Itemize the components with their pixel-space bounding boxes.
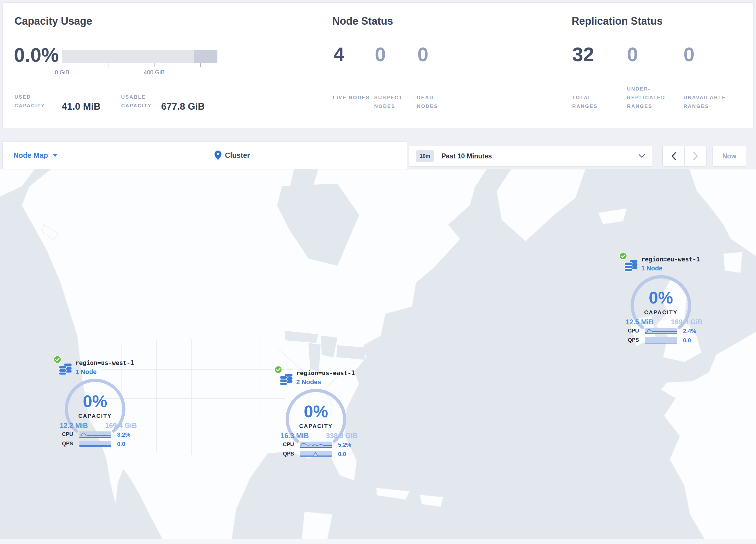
breadcrumb[interactable]: Cluster — [215, 141, 250, 169]
chevron-down-icon — [52, 154, 58, 157]
bar-tick-label-0: 0 GiB — [50, 69, 74, 76]
time-range-badge: 10m — [416, 150, 434, 162]
bar-tick-label-400: 400 GiB — [140, 69, 169, 76]
region-capacity-label: CAPACITY — [284, 423, 348, 429]
qps-sparkline — [79, 441, 111, 447]
database-stack-icon — [279, 373, 293, 385]
qps-sparkline — [300, 451, 332, 457]
region-name: region=us-east-1 — [296, 370, 355, 377]
live-nodes-label: LIVE NODES — [333, 93, 370, 102]
qps-label: QPS — [62, 441, 73, 447]
chevron-left-icon — [671, 152, 676, 160]
region-capacity-percent: 0% — [629, 288, 693, 307]
region-capacity-label: CAPACITY — [629, 309, 693, 316]
land-scandinavia — [689, 169, 756, 256]
map-footer-strip — [0, 539, 756, 544]
replication-status-title: Replication Status — [572, 15, 663, 27]
under-replicated-count: 0 — [627, 43, 638, 66]
cpu-value: 5.2% — [338, 442, 351, 448]
database-stack-icon — [59, 362, 72, 375]
map-pin-icon — [215, 150, 221, 160]
view-selector-label: Node Map — [13, 151, 48, 159]
region-used-capacity: 12.2 MiB — [60, 422, 88, 430]
region-marker-eu-west-1[interactable]: region=eu-west-1 1 Node 0% CAPACITY 12.5… — [618, 252, 705, 348]
land-europe-mainland — [661, 332, 756, 539]
qps-label: QPS — [628, 337, 639, 343]
cpu-sparkline — [79, 431, 111, 438]
chevron-down-icon — [639, 154, 645, 158]
unavailable-label: UNAVAILABLE RANGES — [684, 93, 734, 111]
region-used-capacity: 16.3 MiB — [281, 432, 309, 440]
time-prev-button[interactable] — [663, 146, 685, 166]
bar-tick — [200, 63, 201, 67]
land-iceland — [598, 208, 627, 224]
region-node-count: 1 Node — [641, 264, 662, 272]
qps-value: 0.0 — [117, 441, 125, 447]
used-capacity-label: USED CAPACITY — [14, 93, 54, 110]
region-total-capacity: 169.4 GiB — [105, 422, 137, 430]
database-stack-icon — [624, 259, 638, 271]
time-range-dropdown[interactable]: 10m Past 10 Minutes — [409, 146, 652, 166]
land-hispaniola — [419, 495, 444, 507]
land-yucatan — [301, 512, 332, 539]
breadcrumb-label: Cluster — [225, 151, 250, 159]
region-node-count: 2 Nodes — [296, 378, 321, 386]
region-total-capacity: 338.9 GiB — [326, 432, 358, 440]
land-north-america — [22, 169, 487, 539]
region-total-capacity: 169.4 GiB — [671, 318, 703, 326]
qps-label: QPS — [283, 451, 294, 457]
now-button[interactable]: Now — [713, 146, 746, 166]
total-ranges-count: 32 — [572, 43, 594, 66]
capacity-usage-title: Capacity Usage — [14, 15, 92, 27]
region-capacity-label: CAPACITY — [63, 413, 127, 419]
region-name: region=us-west-1 — [75, 360, 134, 367]
cpu-sparkline — [645, 328, 677, 334]
land-cuba — [376, 488, 410, 500]
chevron-right-icon — [693, 152, 698, 160]
cpu-label: CPU — [283, 442, 294, 448]
dead-nodes-count: 0 — [417, 43, 428, 66]
unavailable-count: 0 — [684, 43, 695, 66]
region-name: region=eu-west-1 — [641, 256, 700, 263]
bar-tick — [108, 63, 108, 67]
capacity-bar-reserved-segment — [194, 50, 217, 63]
cpu-value: 2.4% — [683, 328, 696, 335]
cpu-value: 3.2% — [117, 431, 130, 438]
dead-nodes-label: DEAD NODES — [417, 93, 455, 111]
node-map-canvas[interactable] — [0, 169, 756, 539]
suspect-nodes-count: 0 — [375, 43, 386, 66]
qps-value: 0.0 — [683, 337, 691, 344]
region-used-capacity: 12.5 MiB — [626, 318, 654, 326]
suspect-nodes-label: SUSPECT NODES — [374, 93, 412, 111]
qps-value: 0.0 — [338, 451, 346, 458]
world-map — [0, 169, 756, 539]
region-marker-us-east-1[interactable]: region=us-east-1 2 Nodes 0% CAPACITY 16.… — [273, 366, 360, 461]
cpu-label: CPU — [62, 431, 73, 438]
live-nodes-count: 4 — [333, 43, 344, 66]
region-capacity-percent: 0% — [284, 402, 348, 421]
bar-tick — [154, 63, 155, 67]
cpu-label: CPU — [628, 328, 639, 334]
land-denmark — [723, 252, 742, 273]
time-next-button[interactable] — [685, 146, 706, 166]
time-range-value: Past 10 Minutes — [441, 152, 492, 160]
view-selector-dropdown[interactable]: Node Map — [13, 141, 58, 169]
cpu-sparkline — [300, 442, 332, 448]
time-nav-group — [662, 146, 707, 166]
map-toolbar — [2, 141, 407, 169]
total-ranges-label: TOTAL RANGES — [572, 93, 616, 111]
land-greenland — [497, 169, 586, 241]
capacity-usage-percent: 0.0% — [14, 43, 59, 66]
region-marker-us-west-1[interactable]: region=us-west-1 1 Node 0% CAPACITY 12.2… — [52, 356, 139, 451]
under-replicated-label: UNDER-REPLICATED RANGES — [627, 85, 673, 111]
region-capacity-percent: 0% — [63, 391, 127, 411]
usable-capacity-value: 677.8 GiB — [161, 101, 205, 112]
bar-tick — [62, 63, 62, 67]
used-capacity-value: 41.0 MiB — [62, 101, 101, 112]
capacity-usage-bar — [62, 50, 217, 63]
usable-capacity-label: USABLE CAPACITY — [121, 93, 163, 110]
node-status-title: Node Status — [332, 15, 393, 27]
region-node-count: 1 Node — [75, 368, 97, 376]
qps-sparkline — [645, 337, 677, 344]
